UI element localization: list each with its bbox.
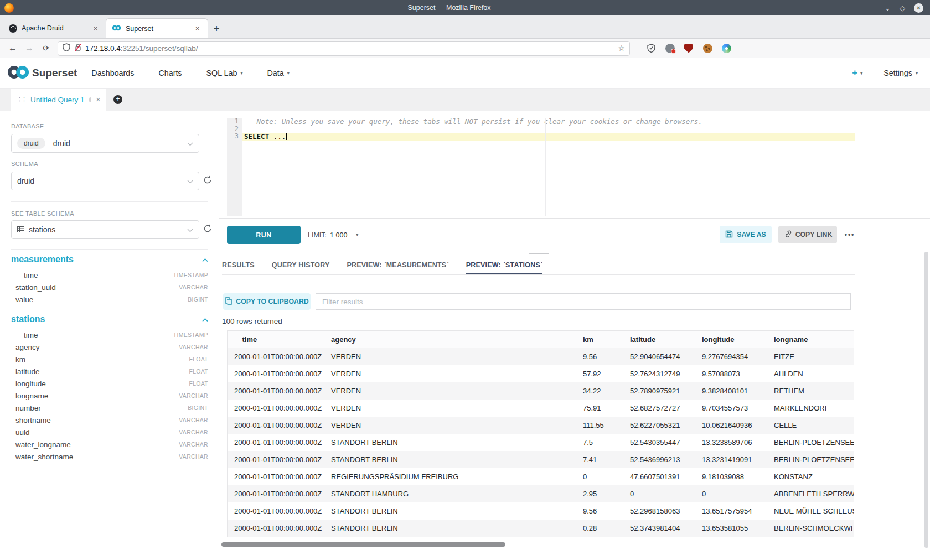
horizontal-scrollbar-thumb[interactable] [221, 542, 505, 547]
table-cell: KONSTANZ [767, 468, 854, 485]
add-query-tab-button[interactable]: + [113, 95, 122, 104]
table-row[interactable]: 2000-01-01T00:00:00.000ZSTANDORT BERLIN9… [228, 502, 854, 520]
table-section-header-measurements[interactable]: measurements [11, 253, 208, 266]
back-button[interactable]: ← [4, 43, 21, 53]
tab-close-icon[interactable]: ✕ [91, 24, 100, 33]
table-row[interactable]: 2000-01-01T00:00:00.000ZVERDEN111.5552.6… [228, 417, 854, 434]
copy-to-clipboard-button[interactable]: COPY TO CLIPBOARD [223, 293, 311, 310]
table-row[interactable]: 2000-01-01T00:00:00.000ZSTANDORT BERLIN7… [228, 434, 854, 451]
query-tab-label[interactable]: Untitled Query 1 [30, 96, 85, 104]
column-row-number: numberBIGINT [11, 402, 208, 414]
table-row[interactable]: 2000-01-01T00:00:00.000ZSTANDORT BERLIN0… [228, 520, 854, 537]
text-cursor [286, 133, 287, 140]
column-name: __time [16, 331, 38, 339]
nav-item-dashboards[interactable]: Dashboards [91, 69, 134, 77]
bookmark-star-icon[interactable]: ☆ [618, 44, 625, 53]
table-row[interactable]: 2000-01-01T00:00:00.000ZSTANDORT HAMBURG… [228, 485, 854, 502]
schema-label: SCHEMA [11, 160, 38, 167]
window-minimize-button[interactable]: ⌄ [885, 4, 891, 12]
results-tab-query-history[interactable]: QUERY HISTORY [272, 261, 330, 274]
chevron-up-icon[interactable] [202, 314, 208, 324]
table-row[interactable]: 2000-01-01T00:00:00.000ZVERDEN34.2252.78… [228, 382, 854, 400]
column-header-km[interactable]: km [576, 331, 623, 348]
sqllab-main-pane: 123 -- Note: Unless you save your query,… [219, 111, 930, 560]
superset-logo-icon[interactable] [7, 64, 30, 82]
window-maximize-button[interactable]: ◇ [900, 4, 905, 12]
table-row[interactable]: 2000-01-01T00:00:00.000ZVERDEN75.9152.68… [228, 400, 854, 417]
results-table: __timeagencykmlatitudelongitudelongname2… [227, 330, 854, 537]
url-bar[interactable]: 172.18.0.4:32251/superset/sqllab/ ☆ [58, 41, 630, 56]
brand-name[interactable]: Superset [32, 67, 77, 79]
nav-item-charts[interactable]: Charts [158, 69, 182, 77]
new-browser-tab-button[interactable]: + [208, 19, 225, 38]
results-tab-preview-stations[interactable]: PREVIEW: `STATIONS` [466, 261, 543, 274]
database-select[interactable]: druid druid [11, 134, 199, 153]
table-row[interactable]: 2000-01-01T00:00:00.000ZSTANDORT BERLIN7… [228, 451, 854, 468]
chevron-down-icon [187, 138, 193, 148]
table-schema-select[interactable]: stations [11, 220, 199, 239]
refresh-table-icon[interactable] [203, 224, 215, 236]
table-cell: BERLIN-PLOETZENSEE UP [767, 434, 854, 451]
shield-extension-icon[interactable] [645, 43, 657, 54]
window-close-button[interactable]: ✕ [914, 3, 923, 13]
table-cell: STANDORT BERLIN [324, 520, 576, 537]
column-row-km: kmFLOAT [11, 353, 208, 365]
divider [11, 201, 208, 202]
more-actions-button[interactable]: ••• [841, 226, 858, 243]
column-name: value [16, 295, 33, 304]
main-nav: DashboardsChartsSQL Lab▾Data▾ [91, 69, 289, 77]
refresh-schema-icon[interactable] [203, 175, 215, 187]
query-tab-close-icon[interactable]: ✕ [96, 96, 101, 103]
ublock-extension-icon[interactable] [683, 43, 694, 54]
column-header-time[interactable]: __time [228, 331, 324, 348]
tab-close-icon[interactable]: ✕ [193, 24, 202, 33]
table-row[interactable]: 2000-01-01T00:00:00.000ZREGIERUNGSPRÄSID… [228, 468, 854, 485]
drag-handle-icon[interactable]: ⋮⋮ [17, 96, 25, 103]
table-section-header-stations[interactable]: stations [11, 313, 208, 325]
column-name: station_uuid [16, 283, 56, 292]
new-item-button[interactable]: +▾ [852, 68, 862, 79]
tracking-protection-shield-icon[interactable] [63, 43, 70, 54]
copy-link-button[interactable]: COPY LINK [778, 226, 837, 243]
save-as-button[interactable]: SAVE AS [720, 226, 772, 243]
table-cell: BERLIN-SCHMOECKWITZ [767, 520, 854, 537]
nav-item-sql-lab[interactable]: SQL Lab▾ [206, 69, 243, 77]
table-cell: 2000-01-01T00:00:00.000Z [228, 468, 324, 485]
column-header-longitude[interactable]: longitude [695, 331, 767, 348]
consent-extension-icon[interactable] [721, 43, 732, 54]
settings-menu[interactable]: Settings▾ [884, 69, 918, 77]
filter-results-input[interactable] [316, 293, 851, 310]
menu-hamburger-icon[interactable] [740, 43, 748, 54]
vertical-scrollbar-track[interactable] [924, 252, 928, 548]
insecure-lock-icon[interactable] [74, 43, 82, 54]
table-cell: 13.3238589706 [695, 434, 767, 451]
table-row[interactable]: 2000-01-01T00:00:00.000ZVERDEN57.9252.76… [228, 365, 854, 382]
column-row-water-shortname: water_shortnameVARCHAR [11, 450, 208, 463]
chevron-up-icon[interactable] [202, 255, 208, 265]
browser-tab-superset[interactable]: Superset ✕ [106, 18, 208, 38]
column-header-agency[interactable]: agency [324, 331, 576, 348]
table-row[interactable]: 2000-01-01T00:00:00.000ZVERDEN9.5652.904… [228, 348, 854, 365]
browser-tab-apache-druid[interactable]: Apache Druid ✕ [3, 18, 106, 38]
column-header-latitude[interactable]: latitude [623, 331, 695, 348]
nav-item-data[interactable]: Data▾ [267, 69, 289, 77]
table-cell: 57.92 [576, 365, 623, 382]
cookie-extension-icon[interactable] [702, 43, 713, 54]
results-tab-preview-measurements[interactable]: PREVIEW: `MEASUREMENTS` [347, 261, 449, 274]
mask-extension-icon[interactable] [664, 43, 675, 54]
column-type: FLOAT [189, 356, 208, 362]
schema-select[interactable]: druid [11, 172, 199, 190]
window-titlebar: Superset — Mozilla Firefox ⌄ ◇ ✕ [0, 0, 930, 15]
run-query-button[interactable]: RUN [227, 226, 301, 244]
results-tab-results[interactable]: RESULTS [222, 261, 255, 274]
chevron-down-icon [187, 176, 193, 186]
column-header-longname[interactable]: longname [767, 331, 854, 348]
sqllab-sidebar: DATABASE druid druid SCHEMA druid SEE TA… [0, 111, 219, 560]
reload-button[interactable]: ⟳ [38, 44, 54, 53]
query-tab-untitled-query-1[interactable]: ⋮⋮ Untitled Query 1 ✕ [11, 89, 106, 111]
sql-editor[interactable]: -- Note: Unless you save your query, the… [242, 118, 855, 216]
limit-dropdown[interactable]: LIMIT: 1 000 ▾ [308, 226, 358, 244]
superset-favicon-icon [112, 24, 121, 33]
column-type: VARCHAR [179, 284, 208, 291]
table-cell: 2000-01-01T00:00:00.000Z [228, 434, 324, 451]
